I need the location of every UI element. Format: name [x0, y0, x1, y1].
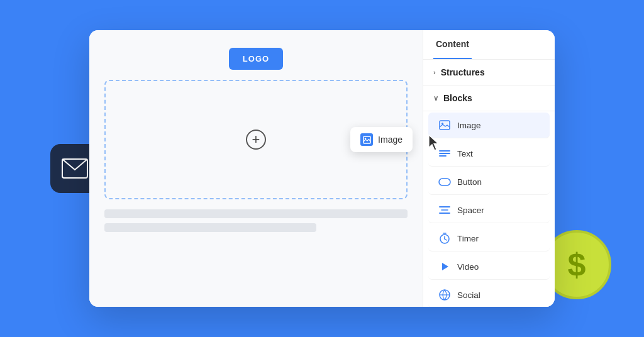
- image-icon: [363, 136, 371, 144]
- block-item-video[interactable]: Video: [428, 254, 550, 280]
- cursor-icon: [426, 134, 440, 153]
- blocks-list: Image Text: [423, 111, 555, 307]
- main-card: LOGO + Image: [89, 30, 555, 307]
- add-block-button[interactable]: +: [246, 130, 266, 150]
- structures-header[interactable]: › Structures: [423, 60, 555, 86]
- timer-block-icon: [438, 232, 451, 245]
- structures-label: Structures: [441, 67, 485, 77]
- svg-line-14: [445, 239, 447, 240]
- block-label: Button: [457, 177, 482, 187]
- panel: Content › Structures ∨ Blocks: [423, 30, 555, 307]
- editor-area: LOGO + Image: [89, 30, 423, 307]
- video-block-icon: [438, 260, 451, 273]
- svg-rect-3: [440, 121, 450, 130]
- plus-icon: +: [252, 131, 260, 148]
- block-item-text[interactable]: Text: [428, 141, 550, 167]
- block-item-timer[interactable]: Timer: [428, 226, 550, 251]
- svg-rect-8: [439, 179, 450, 185]
- svg-point-2: [364, 138, 365, 139]
- structures-section: › Structures: [423, 60, 555, 86]
- blocks-label: Blocks: [443, 93, 472, 103]
- blocks-section: ∨ Blocks Image: [423, 86, 555, 307]
- panel-tabs: Content: [423, 30, 555, 60]
- text-line-2: [104, 223, 316, 232]
- block-item-social[interactable]: Social: [428, 282, 550, 307]
- image-tooltip: Image: [350, 127, 413, 152]
- email-icon: [62, 158, 88, 179]
- block-label: Image: [457, 121, 481, 130]
- svg-marker-16: [442, 263, 448, 270]
- chevron-right-icon: ›: [433, 69, 436, 76]
- image-tooltip-label: Image: [378, 135, 402, 145]
- block-label: Social: [457, 290, 480, 300]
- spacer-block-icon: [438, 204, 451, 216]
- logo-button[interactable]: LOGO: [229, 48, 283, 70]
- block-label: Video: [457, 262, 479, 272]
- image-block-icon: [438, 119, 451, 131]
- block-label: Timer: [457, 234, 479, 243]
- text-block-icon: [438, 147, 451, 160]
- dollar-symbol: $: [568, 248, 586, 281]
- block-item-button[interactable]: Button: [428, 169, 550, 195]
- text-line-1: [104, 209, 408, 218]
- block-item-spacer[interactable]: Spacer: [428, 197, 550, 223]
- content-block[interactable]: + Image: [104, 80, 408, 199]
- block-label: Text: [457, 149, 473, 158]
- blocks-header[interactable]: ∨ Blocks: [423, 86, 555, 111]
- chevron-down-icon: ∨: [433, 94, 438, 102]
- tab-content[interactable]: Content: [433, 30, 472, 59]
- block-label: Spacer: [457, 206, 484, 215]
- block-item-image[interactable]: Image: [428, 113, 550, 138]
- button-block-icon: [438, 175, 451, 188]
- image-tooltip-icon: [360, 133, 373, 146]
- svg-point-4: [441, 123, 443, 124]
- text-lines: [104, 209, 408, 232]
- social-block-icon: [438, 289, 451, 301]
